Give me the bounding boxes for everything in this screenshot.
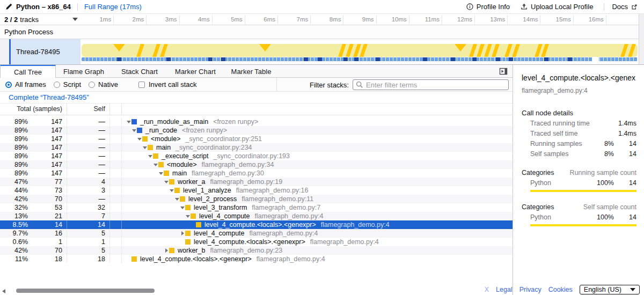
collapse-arrow-icon[interactable]: [180, 203, 185, 212]
marker-triangle-icon[interactable]: [113, 44, 125, 51]
call-tree-row[interactable]: 89%147—<module>flamegraph_demo.py:34: [0, 160, 513, 169]
collapse-arrow-icon[interactable]: [148, 152, 153, 160]
call-tree-row[interactable]: 89%147—<module>_sync_coordinator.py:251: [0, 135, 513, 143]
expand-arrow-icon[interactable]: [180, 229, 185, 238]
call-tree-row[interactable]: 0.6%11level_4_compute.<locals>.<genexpr>…: [0, 238, 513, 246]
call-tree-row[interactable]: 47%774worker_aflamegraph_demo.py:19: [0, 178, 513, 186]
collapse-arrow-icon[interactable]: [142, 143, 148, 152]
profile-info-button[interactable]: Profile Info: [466, 3, 510, 11]
category-square-icon: [185, 231, 191, 236]
radio-all-frames[interactable]: All frames: [5, 80, 46, 88]
call-tree-row[interactable]: 89%147—mainflamegraph_demo.py:30: [0, 169, 513, 178]
breadcrumb[interactable]: Complete “Thread-78495”: [0, 92, 513, 104]
upload-profile-button[interactable]: Upload Local Profile: [521, 3, 593, 11]
categories-heading: Categories Running sample count: [522, 169, 636, 176]
collapse-arrow-icon[interactable]: [153, 160, 158, 169]
column-self[interactable]: Self: [67, 104, 110, 115]
self-cell: —: [67, 169, 110, 178]
tree-cell: mainflamegraph_demo.py:30: [122, 169, 513, 178]
call-tree-row[interactable]: 89%147—_run_module_as_main<frozen runpy>: [0, 117, 513, 126]
collapse-arrow-icon[interactable]: [164, 178, 169, 186]
call-tree-row[interactable]: 9.7%165level_4_computeflamegraph_demo.py…: [0, 229, 513, 238]
function-name: level_3_transform: [194, 203, 247, 212]
full-range-link[interactable]: Full Range (17ms): [84, 3, 142, 11]
call-tree-row[interactable]: 8.5%1414level_4_compute.<locals>.<genexp…: [0, 220, 513, 229]
file-location: _sync_coordinator.py:234: [175, 143, 252, 152]
call-tree-row[interactable]: 89%147—_execute_script_sync_coordinator.…: [0, 152, 513, 160]
activity-graph[interactable]: [82, 44, 638, 57]
breadcrumb-link[interactable]: Complete “Thread-78495”: [9, 93, 89, 101]
call-tree-row[interactable]: 13%217level_4_computeflamegraph_demo.py:…: [0, 212, 513, 220]
sample-strip[interactable]: [82, 57, 638, 61]
footer-link-privacy[interactable]: Privacy: [519, 286, 541, 293]
footer-link-legal[interactable]: Legal: [496, 286, 513, 293]
tab-marker-table[interactable]: Marker Table: [223, 65, 279, 77]
scroll-left-arrow-icon[interactable]: [2, 289, 5, 293]
marker-slash-icon[interactable]: [491, 44, 500, 57]
marker-slash-icon[interactable]: [159, 44, 168, 57]
collapse-arrow-icon[interactable]: [174, 195, 180, 203]
sidebar-node-title: level_4_compute.<locals>.<genex…: [522, 73, 636, 82]
collapse-arrow-icon[interactable]: [158, 169, 164, 178]
divider: [604, 3, 604, 11]
marker-slash-icon[interactable]: [484, 44, 492, 57]
marker-slash-icon[interactable]: [620, 44, 628, 57]
thread-track-label[interactable]: Thread-78495: [11, 39, 80, 64]
total-cell: 89%147: [0, 169, 67, 178]
call-tree-row[interactable]: 89%147—main_sync_coordinator.py:234: [0, 143, 513, 152]
marker-slash-icon[interactable]: [359, 44, 368, 57]
filter-stacks-input[interactable]: [353, 79, 509, 90]
sidebar-toggle-icon[interactable]: [499, 67, 508, 76]
tracks-scrollbar-gutter[interactable]: [639, 14, 644, 64]
language-select[interactable]: English (US): [580, 285, 640, 294]
expand-arrow-icon[interactable]: [164, 246, 169, 255]
track-gutter: [0, 39, 9, 64]
marker-slash-icon[interactable]: [152, 44, 160, 57]
marker-slash-icon[interactable]: [504, 44, 513, 57]
collapse-arrow-icon[interactable]: [126, 117, 131, 126]
detail-label: Running samples: [530, 140, 590, 148]
thread-track[interactable]: Thread-78495: [0, 39, 644, 64]
profile-title[interactable]: Python – x86_64: [16, 3, 71, 11]
spacer-cell: [110, 169, 122, 178]
marker-slash-icon[interactable]: [476, 44, 485, 57]
edit-pencil-icon[interactable]: [5, 3, 12, 10]
tab-marker-chart[interactable]: Marker Chart: [167, 65, 223, 77]
horizontal-scrollbar[interactable]: [0, 288, 513, 294]
call-tree-row[interactable]: 32%5332level_3_transformflamegraph_demo.…: [0, 203, 513, 212]
marker-slash-icon[interactable]: [345, 44, 354, 57]
marker-slash-icon[interactable]: [338, 44, 346, 57]
tab-call-tree[interactable]: Call Tree: [0, 65, 56, 78]
footer-link-x[interactable]: X: [485, 286, 489, 293]
collapse-arrow-icon[interactable]: [169, 186, 174, 195]
marker-slash-icon[interactable]: [511, 44, 520, 57]
marker-slash-icon[interactable]: [540, 44, 549, 57]
collapse-arrow-icon[interactable]: [131, 126, 137, 135]
scrollbar-thumb[interactable]: [16, 289, 155, 293]
process-track-header[interactable]: Python Process: [0, 25, 644, 39]
footer-link-cookies[interactable]: Cookies: [548, 286, 573, 293]
call-tree-row[interactable]: 44%733level_1_analyzeflamegraph_demo.py:…: [0, 186, 513, 195]
tracks-dropdown[interactable]: 2 / 2 tracks: [4, 14, 78, 25]
docs-link[interactable]: Docs: [612, 3, 638, 11]
file-location: flamegraph_demo.py:4: [250, 229, 318, 238]
collapse-arrow-icon[interactable]: [137, 135, 142, 143]
marker-slash-icon[interactable]: [136, 44, 144, 57]
call-tree-row[interactable]: 89%147—_run_code<frozen runpy>: [0, 126, 513, 135]
sample-dense-segment: [354, 57, 358, 61]
marker-slash-icon[interactable]: [627, 44, 636, 57]
radio-native[interactable]: Native: [89, 80, 118, 88]
tab-flame-graph[interactable]: Flame Graph: [56, 65, 112, 77]
marker-slash-icon[interactable]: [469, 44, 477, 57]
collapse-arrow-icon[interactable]: [185, 212, 191, 220]
column-total-samples[interactable]: Total (samples): [0, 104, 67, 115]
tab-stack-chart[interactable]: Stack Chart: [112, 65, 167, 77]
call-tree-row[interactable]: 11%1818level_4_compute.<locals>.<genexpr…: [0, 255, 513, 263]
thread-track-canvas[interactable]: [80, 39, 639, 64]
call-tree-row[interactable]: 42%70—level_2_processflamegraph_demo.py:…: [0, 195, 513, 203]
marker-triangle-icon[interactable]: [455, 44, 466, 51]
invert-call-stack-checkbox[interactable]: Invert call stack: [138, 80, 197, 88]
radio-script[interactable]: Script: [54, 80, 81, 88]
call-tree-row[interactable]: 42%705worker_bflamegraph_demo.py:23: [0, 246, 513, 255]
marker-triangle-icon[interactable]: [259, 44, 271, 51]
